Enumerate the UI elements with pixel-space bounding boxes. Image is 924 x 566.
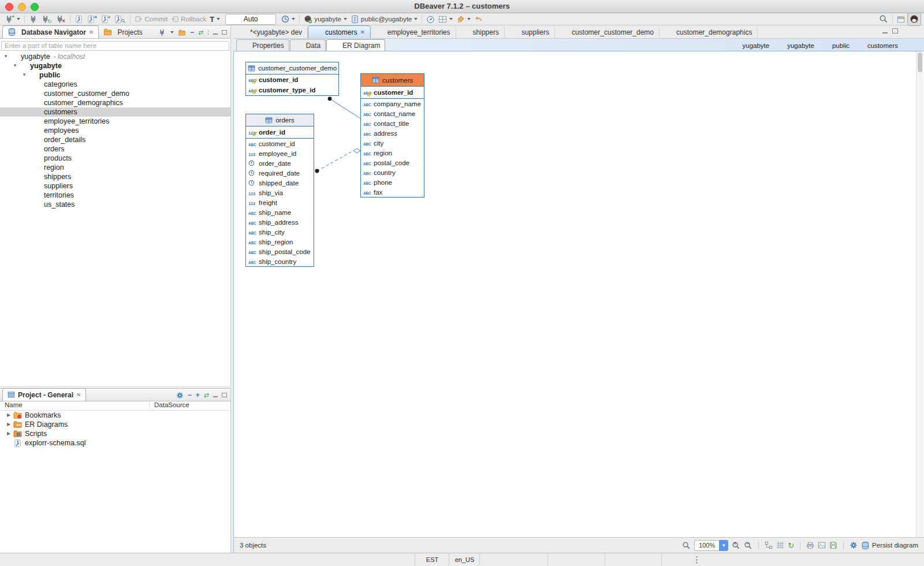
tab-projects[interactable]: Projects [99, 26, 147, 38]
entity-column[interactable]: ABC123 postal_code [361, 158, 424, 167]
scrollbar-thumb[interactable] [918, 53, 922, 72]
minimize-window-button[interactable] [18, 3, 26, 11]
zoom-in-button[interactable]: + [732, 541, 740, 550]
export-image-button[interactable] [818, 541, 826, 549]
rollback-button[interactable]: Rollback [169, 14, 208, 25]
entity-orders[interactable]: orders ABC123 order_id ABC123 [245, 114, 314, 267]
expander-arrow-icon[interactable]: ▼ [3, 52, 10, 61]
table-filter-input[interactable] [1, 41, 229, 51]
editor-tab[interactable]: customers ✕ [308, 25, 371, 38]
editor-tab[interactable]: customer_demographics ✕ [660, 26, 758, 38]
tree-item[interactable]: ▼ customers [0, 107, 230, 117]
entity-customer-customer-demo[interactable]: customer_customer_demo ABC123 customer_i… [245, 62, 339, 96]
open-perspective-button[interactable] [895, 14, 907, 25]
close-tab-icon[interactable]: ✕ [360, 29, 364, 35]
entity-column[interactable]: ABC123 order_id [246, 126, 314, 138]
tree-item[interactable]: ▼ shippers [0, 172, 230, 181]
entity-column[interactable]: ABC123 ship_address [246, 217, 314, 227]
tree-item[interactable]: ▼ yugabyte [0, 61, 230, 70]
expander-arrow-icon[interactable]: ▶ [7, 429, 13, 438]
editor-subtab[interactable]: Properties [236, 39, 289, 51]
tree-item[interactable]: ▼ customer_demographics [0, 98, 230, 107]
editor-subtab[interactable]: ER Diagram [326, 39, 385, 51]
close-view-icon[interactable]: ✕ [76, 392, 81, 398]
minimize-view-icon[interactable] [213, 393, 218, 397]
auto-layout-button[interactable] [765, 541, 773, 549]
zoom-window-button[interactable] [31, 3, 39, 11]
expand-all-button[interactable]: + [196, 391, 200, 399]
new-connection-small-caret[interactable] [170, 31, 174, 33]
active-connection-select[interactable]: yugabyte [302, 14, 349, 25]
zoom-dropdown-icon[interactable]: ▼ [719, 540, 728, 551]
sql-format-button[interactable] [454, 14, 472, 25]
project-item[interactable]: ▶ Scripts [0, 429, 230, 438]
refresh-diagram-button[interactable]: ↻ [788, 542, 794, 549]
minimize-editor-icon[interactable] [882, 28, 888, 33]
dbeaver-perspective-button[interactable] [907, 13, 921, 26]
undo-navigation-button[interactable] [472, 14, 485, 25]
expander-arrow-icon[interactable]: ▶ [7, 420, 13, 429]
canvas-vertical-scrollbar[interactable] [916, 51, 923, 537]
entity-column[interactable]: ABC123 ship_region [246, 237, 314, 247]
sql-editor-button[interactable] [73, 14, 85, 25]
zoom-level-value[interactable]: 100% [694, 540, 719, 551]
entity-column[interactable]: ABC123 shipped_date [246, 178, 314, 188]
expander-arrow-icon[interactable]: ▶ [7, 411, 13, 420]
entity-column[interactable]: ABC123 ship_via [246, 188, 314, 198]
transaction-log-button[interactable] [280, 14, 297, 25]
new-connection-button[interactable]: + [3, 14, 22, 25]
er-diagram-canvas[interactable]: customer_customer_demo ABC123 customer_i… [233, 51, 924, 537]
entity-column[interactable]: ABC123 ship_name [246, 207, 314, 217]
collapse-all-button[interactable]: − [190, 28, 194, 36]
tree-item[interactable]: ▼ employees [0, 126, 230, 135]
entity-column[interactable]: ABC123 customer_id [246, 138, 314, 148]
editor-tab[interactable]: *<yugabyte> dev ✕ [233, 26, 308, 38]
tree-item[interactable]: ▼ us_states [0, 200, 230, 209]
tree-item[interactable]: ▼ products [0, 154, 230, 163]
open-sql-console-button[interactable] [112, 14, 128, 25]
tree-item[interactable]: ▼ categories [0, 80, 230, 89]
expander-arrow-icon[interactable]: ▼ [22, 70, 28, 80]
breadcrumb-item[interactable]: public [821, 41, 850, 50]
dashboard-button[interactable] [424, 14, 437, 25]
tree-item[interactable]: ▼ orders [0, 144, 230, 154]
entity-column[interactable]: ABC123 customer_type_id [246, 85, 338, 95]
commit-button[interactable]: Commit [133, 14, 169, 25]
editor-subtab[interactable]: Data [290, 39, 326, 51]
entity-column[interactable]: ABC123 phone [361, 177, 424, 187]
transaction-mode-button[interactable]: T [208, 14, 222, 25]
entity-header[interactable]: customer_customer_demo [246, 62, 338, 75]
entity-column[interactable]: ABC123 fax [361, 187, 424, 197]
entity-column[interactable]: ABC123 region [361, 148, 424, 158]
entity-column[interactable]: ABC123 employee_id [246, 148, 314, 158]
editor-tab[interactable]: employee_territories ✕ [371, 26, 456, 38]
tab-database-navigator[interactable]: Database Navigator✕ [2, 25, 99, 38]
collapse-all-button[interactable]: − [188, 391, 192, 399]
layout-windows-button[interactable] [437, 14, 454, 25]
transaction-mode-select[interactable]: Auto [225, 14, 276, 25]
disconnect-button[interactable]: ✕ [54, 14, 68, 25]
breadcrumb-item[interactable]: yugabyte [732, 41, 770, 50]
zoom-tool-icon[interactable] [682, 541, 691, 550]
maximize-editor-icon[interactable] [892, 28, 898, 33]
entity-column[interactable]: ABC123 contact_title [361, 118, 424, 128]
new-connection-caret[interactable] [17, 18, 20, 20]
project-item[interactable]: ▶ ER Diagrams [0, 420, 230, 429]
print-diagram-button[interactable] [806, 541, 814, 549]
link-with-editor-button[interactable]: ⇄ [204, 392, 209, 399]
persist-diagram-button[interactable]: Persist diagram [861, 541, 918, 550]
entity-customers[interactable]: customers ABC123 customer_id ABC123 [360, 73, 424, 198]
tree-item[interactable]: ▼ public [0, 70, 230, 80]
tree-item[interactable]: ▼ customer_customer_demo [0, 89, 230, 98]
settings-gear-icon[interactable] [176, 392, 184, 399]
entity-column[interactable]: ABC123 country [361, 167, 424, 177]
breadcrumb-item[interactable]: customers [856, 41, 898, 50]
connect-button[interactable] [27, 14, 39, 25]
tree-item[interactable]: ▼ suppliers [0, 181, 230, 191]
editor-tab[interactable]: suppliers ✕ [505, 26, 555, 38]
close-window-button[interactable] [5, 3, 13, 11]
entity-column[interactable]: ABC123 ship_postal_code [246, 247, 314, 256]
entity-column[interactable]: ABC123 address [361, 128, 424, 138]
diagram-settings-gear-icon[interactable] [850, 541, 858, 549]
column-header-datasource[interactable]: DataSource [150, 401, 189, 410]
